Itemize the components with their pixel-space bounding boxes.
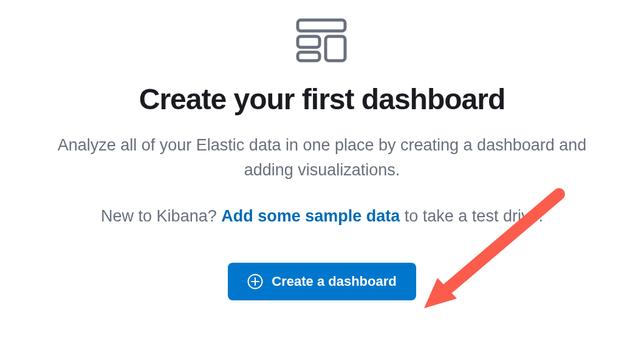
subtext-line: New to Kibana? Add some sample data to t… <box>101 204 543 229</box>
svg-marker-8 <box>424 278 457 308</box>
svg-rect-2 <box>298 52 320 61</box>
subtext-prefix: New to Kibana? <box>101 207 221 225</box>
page-title: Create your first dashboard <box>139 83 505 116</box>
create-dashboard-button[interactable]: Create a dashboard <box>228 263 416 300</box>
subtext-suffix: to take a test drive. <box>400 207 543 225</box>
create-dashboard-button-label: Create a dashboard <box>272 274 396 289</box>
svg-rect-1 <box>298 36 320 47</box>
svg-rect-0 <box>298 20 345 31</box>
plus-circle-icon <box>247 274 263 289</box>
svg-rect-3 <box>326 36 345 61</box>
description-text: Analyze all of your Elastic data in one … <box>49 133 595 182</box>
add-sample-data-link[interactable]: Add some sample data <box>221 207 400 225</box>
dashboard-icon <box>295 18 349 66</box>
